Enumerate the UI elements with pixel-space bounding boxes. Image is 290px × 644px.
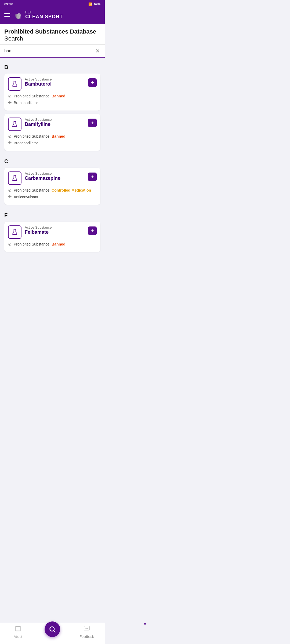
logo-leaf-icon: [13, 11, 23, 19]
category-label: Anticonvulsant: [14, 195, 38, 199]
app-header: FEI CLEAN SPORT: [0, 8, 105, 24]
prohibited-row: ⊘ Prohibited Substance Controlled Medica…: [8, 188, 97, 193]
prohibited-icon: ⊘: [8, 188, 12, 193]
battery-icon: 69%: [94, 2, 100, 6]
content-area: B Active Substance: Bambuterol + ⊘ Prohi…: [0, 58, 105, 279]
substance-card-bamifylline: Active Substance: Bamifylline + ⊘ Prohib…: [4, 114, 100, 151]
logo-text: FEI CLEAN SPORT: [25, 10, 63, 20]
active-substance-label: Active Substance:: [25, 171, 85, 175]
svg-point-10: [15, 232, 15, 233]
page-subtitle: Search: [4, 35, 100, 42]
logo: FEI CLEAN SPORT: [13, 10, 63, 20]
page-title: Prohibited Substances Database: [4, 28, 100, 35]
flask-icon: [8, 225, 21, 239]
prohibited-row: ⊘ Prohibited Substance Banned: [8, 134, 97, 139]
svg-point-5: [14, 125, 15, 126]
substance-name: Carbamazepine: [25, 175, 85, 181]
flask-icon: [8, 118, 21, 131]
category-row: ✚ Bronchodilator: [8, 100, 97, 105]
category-icon: ✚: [8, 194, 12, 199]
substance-name: Bamifylline: [25, 122, 85, 127]
section-letter-b: B: [4, 64, 100, 70]
svg-point-9: [14, 233, 15, 233]
svg-point-8: [15, 178, 15, 179]
expand-button[interactable]: +: [88, 78, 97, 87]
prohibited-row: ⊘ Prohibited Substance Banned: [8, 241, 97, 247]
svg-point-7: [14, 179, 15, 180]
expand-button[interactable]: +: [88, 119, 97, 127]
substance-card-bambuterol: Active Substance: Bambuterol + ⊘ Prohibi…: [4, 74, 100, 111]
search-input[interactable]: [4, 49, 95, 53]
time: 09:30: [4, 2, 13, 6]
active-substance-label: Active Substance:: [25, 118, 85, 122]
status-badge: Banned: [52, 94, 65, 98]
category-icon: ✚: [8, 140, 12, 145]
substance-name: Felbamate: [25, 229, 85, 235]
active-substance-label: Active Substance:: [25, 77, 85, 81]
menu-button[interactable]: [4, 13, 10, 17]
substance-name: Bambuterol: [25, 81, 85, 87]
status-badge: Banned: [52, 134, 65, 138]
section-letter-c: C: [4, 158, 100, 164]
page-header: Prohibited Substances Database Search: [0, 24, 105, 45]
flask-icon: [8, 171, 21, 185]
clear-button[interactable]: ✕: [95, 47, 100, 55]
logo-tagline: CLEAN SPORT: [25, 14, 63, 20]
status-bar: 09:30 📶 69%: [0, 0, 105, 8]
logo-fei: FEI: [25, 10, 63, 14]
status-badge: Banned: [52, 242, 65, 246]
active-substance-label: Active Substance:: [25, 225, 85, 229]
prohibited-row: ⊘ Prohibited Substance Banned: [8, 93, 97, 98]
section-letter-f: F: [4, 212, 100, 218]
svg-point-6: [15, 125, 15, 125]
substance-card-felbamate: Active Substance: Felbamate + ⊘ Prohibit…: [4, 222, 100, 252]
expand-button[interactable]: +: [88, 226, 97, 235]
prohibited-icon: ⊘: [8, 241, 12, 247]
substance-card-carbamazepine: Active Substance: Carbamazepine + ⊘ Proh…: [4, 168, 100, 205]
status-icons: 📶 69%: [88, 2, 100, 6]
category-row: ✚ Bronchodilator: [8, 140, 97, 145]
svg-point-4: [15, 84, 15, 85]
svg-point-3: [14, 85, 15, 85]
search-bar[interactable]: ✕: [0, 45, 105, 58]
prohibited-icon: ⊘: [8, 93, 12, 98]
status-badge: Controlled Medication: [52, 188, 91, 192]
category-label: Bronchodilator: [14, 101, 38, 105]
prohibited-icon: ⊘: [8, 134, 12, 139]
wifi-icon: 📶: [88, 2, 92, 6]
category-icon: ✚: [8, 100, 12, 105]
category-row: ✚ Anticonvulsant: [8, 194, 97, 199]
expand-button[interactable]: +: [88, 173, 97, 181]
flask-icon: [8, 77, 21, 91]
category-label: Bronchodilator: [14, 141, 38, 145]
